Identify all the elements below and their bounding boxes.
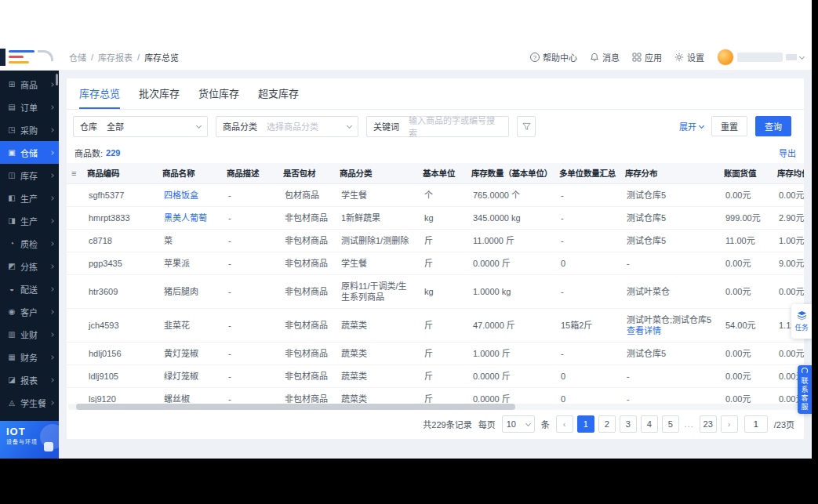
page-button-4[interactable]: 4	[641, 415, 658, 433]
cell-category: 1新鲜蔬果	[335, 206, 418, 229]
breadcrumb-item[interactable]: 仓储	[69, 51, 86, 63]
warehouse-value: 全部	[107, 120, 124, 132]
top-bar-actions: ? 帮助中心 消息 应用	[530, 49, 812, 66]
cell-avg_price: 1.00元	[773, 229, 804, 252]
cell-quantity: 11.0000 斤	[467, 229, 554, 252]
scrollbar-thumb[interactable]	[76, 404, 515, 410]
production-icon: ◧	[7, 194, 16, 202]
page-button-23[interactable]: 23	[700, 415, 717, 433]
cell-quantity: 0.0000 斤	[467, 364, 554, 387]
per-page-label: 每页	[478, 418, 496, 430]
prev-page-button[interactable]: ‹	[556, 415, 573, 433]
summary-bar: 商品数: 229 导出	[67, 143, 804, 163]
distribution-text: -	[627, 371, 713, 382]
distribution-text: 测试仓库5	[627, 190, 713, 201]
messages-button[interactable]: 消息	[590, 51, 620, 63]
horizontal-scrollbar[interactable]	[68, 404, 802, 410]
page-size-select[interactable]: 10	[502, 415, 535, 433]
logo-stripe-yellow	[9, 61, 29, 63]
sidebar-item-goods[interactable]: ⊞商品	[0, 73, 59, 96]
filter-actions: 展开 重置 查询	[679, 116, 798, 136]
cell-distribution: 测试仓库5	[620, 342, 719, 364]
category-select[interactable]: 商品分类 选择商品分类	[216, 116, 358, 137]
distribution-text: 测试仓库5	[627, 348, 713, 359]
sidebar-item-reports[interactable]: ◪报表	[0, 368, 59, 391]
page-jump-input[interactable]	[744, 415, 768, 433]
product-name-link[interactable]: 四格饭盒	[164, 190, 198, 200]
page-button-5[interactable]: 5	[662, 415, 679, 433]
breadcrumb: 仓储 / 库存报表 / 库存总览	[69, 51, 179, 63]
apps-grid-icon	[632, 53, 642, 62]
sidebar-item-sorting[interactable]: ◩分拣	[0, 255, 59, 277]
sidebar-item-inventory[interactable]: ◫库存	[0, 164, 59, 187]
sidebar-item-finance[interactable]: ▦财务	[0, 346, 59, 368]
task-label: 任务	[794, 322, 808, 332]
tab-overdraft[interactable]: 超支库存	[258, 78, 299, 109]
page-button-3[interactable]: 3	[620, 415, 637, 433]
next-page-button[interactable]: ›	[721, 415, 738, 433]
row-spacer-cell	[67, 274, 82, 308]
sidebar-item-label: 财务	[20, 351, 38, 364]
sidebar-item-production-1[interactable]: ◧生产	[0, 187, 59, 209]
help-center-button[interactable]: ? 帮助中心	[530, 51, 577, 63]
contact-service-widget[interactable]: 联系客服	[798, 365, 812, 414]
search-button[interactable]: 查询	[755, 116, 791, 136]
chevron-right-icon	[49, 150, 54, 155]
sidebar-item-label: 仓储	[20, 147, 38, 159]
cell-desc: -	[222, 387, 278, 403]
keyword-input[interactable]: 关键词 输入商品的字或编号搜索	[366, 116, 509, 137]
cell-avg_price: 0.00元	[773, 274, 804, 308]
tab-overview[interactable]: 库存总览	[79, 78, 120, 109]
breadcrumb-item[interactable]: 库存报表	[98, 51, 133, 63]
task-float-widget[interactable]: 任务	[791, 304, 812, 339]
row-spacer-cell	[67, 364, 82, 387]
distribution-text: 测试叶菜仓	[627, 286, 713, 297]
sidebar-item-business-finance[interactable]: ▥业财	[0, 323, 59, 346]
sidebar-item-label: 业财	[20, 328, 38, 341]
cell-book_value: 0.00元	[719, 183, 773, 206]
product-name-link[interactable]: 黑美人葡萄	[164, 213, 207, 223]
settings-button[interactable]: 设置	[674, 51, 704, 63]
cell-distribution: 测试仓库5	[620, 206, 719, 229]
filter-funnel-button[interactable]	[517, 116, 536, 137]
breadcrumb-separator: /	[91, 53, 93, 62]
cell-name: 苹果派	[158, 252, 222, 274]
chevron-right-icon	[49, 196, 54, 201]
page-button-1[interactable]: 1	[577, 415, 594, 433]
product-name: 黄灯笼椒	[164, 349, 198, 358]
distribution-text: -	[627, 393, 713, 404]
sidebar-item-customers[interactable]: ◉客户	[0, 300, 59, 323]
sidebar-item-label: 生产	[20, 215, 38, 227]
expand-filters-button[interactable]: 展开	[679, 120, 703, 132]
tab-batch[interactable]: 批次库存	[139, 78, 180, 109]
sidebar-item-warehouse[interactable]: ▣仓储	[0, 141, 59, 164]
sidebar-item-production-2[interactable]: ◨生产	[0, 209, 59, 232]
cell-name: 绿灯笼椒	[158, 364, 222, 387]
category-label: 商品分类	[223, 120, 257, 132]
user-account[interactable]	[717, 49, 804, 66]
apps-button[interactable]: 应用	[632, 51, 662, 63]
cell-packaging: 非包材商品	[278, 387, 335, 403]
top-bar: 仓储 / 库存报表 / 库存总览 ? 帮助中心 消息	[0, 45, 812, 71]
sidebar-item-purchase[interactable]: ◳采购	[0, 118, 59, 141]
cell-desc: -	[222, 183, 278, 206]
tab-location[interactable]: 货位库存	[198, 78, 239, 109]
sidebar-item-student-meal[interactable]: ◬学生餐	[0, 391, 59, 414]
cell-distribution: -	[620, 252, 719, 274]
cell-name: 韭菜花	[158, 308, 222, 342]
column-settings-header[interactable]: ≡	[67, 163, 82, 183]
cell-distribution: 测试仓库5	[620, 229, 719, 252]
export-button[interactable]: 导出	[779, 147, 796, 159]
product-count-value: 229	[106, 148, 120, 158]
sidebar-item-quality[interactable]: ◔质检	[0, 232, 59, 255]
cell-category: 测试删除1/测删除	[335, 229, 418, 252]
page-button-2[interactable]: 2	[598, 415, 616, 433]
reset-button[interactable]: 重置	[711, 116, 747, 136]
warehouse-select[interactable]: 仓库 全部	[73, 116, 208, 137]
sidebar-item-delivery[interactable]: ◒配送	[0, 277, 59, 300]
sidebar-item-orders[interactable]: ▤订单	[0, 96, 59, 118]
cell-desc: -	[222, 342, 278, 364]
sidebar-scrollbar[interactable]	[56, 74, 58, 85]
production-icon: ◨	[7, 216, 16, 225]
view-detail-link[interactable]: 查看详情	[627, 325, 713, 336]
